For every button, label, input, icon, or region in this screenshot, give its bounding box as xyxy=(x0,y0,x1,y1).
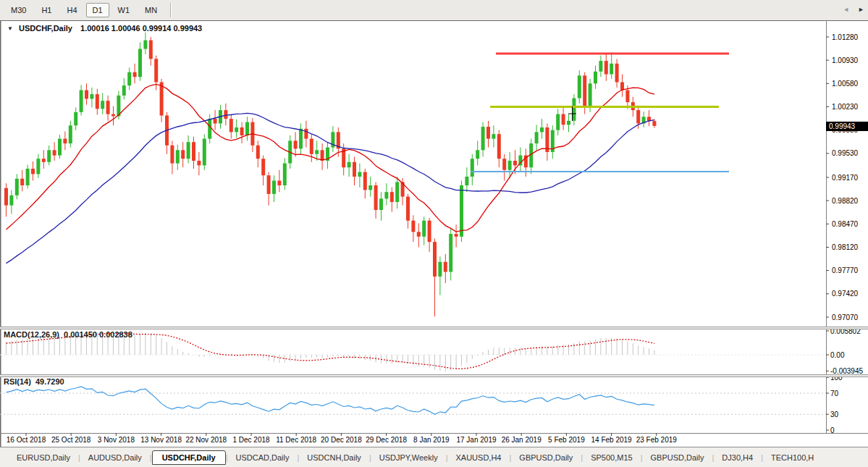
price-axis-label: 0.98820 xyxy=(832,197,859,205)
panel-splitter-macd[interactable] xyxy=(0,327,868,329)
date-axis-label: 1 Dec 2018 xyxy=(232,436,270,444)
chart-tab-usdcad-daily[interactable]: USDCAD,Daily xyxy=(227,451,297,464)
panel-splitter-rsi[interactable] xyxy=(0,374,868,377)
date-axis-label: 17 Jan 2019 xyxy=(456,436,496,444)
chart-window: 1.012801.009301.005801.002300.998800.995… xyxy=(0,20,868,447)
macd-name: MACD(12,26,9) xyxy=(4,330,59,339)
chart-tab-gbpusd-daily[interactable]: GBPUSD,Daily xyxy=(643,451,712,464)
date-axis-label: 23 Feb 2019 xyxy=(636,436,678,444)
chart-tab-gbpusd-daily[interactable]: GBPUSD,Daily xyxy=(511,451,581,464)
chart-tab-tech100-h[interactable]: TECH100,H xyxy=(763,451,822,464)
date-axis-label: 29 Dec 2018 xyxy=(366,436,407,444)
date-axis-label: 14 Feb 2019 xyxy=(591,436,633,444)
rsi-axis-label: 0 xyxy=(830,426,835,434)
price-axis-label: 1.00580 xyxy=(832,80,859,88)
price-axis-label: 0.97770 xyxy=(832,266,859,274)
chart-tab-sp500-m15[interactable]: SP500,M15 xyxy=(583,451,640,464)
date-axis-label: 5 Feb 2019 xyxy=(548,436,585,444)
chart-tab-usdcnh-daily[interactable]: USDCNH,Daily xyxy=(299,451,369,464)
price-axis-label: 0.99530 xyxy=(832,149,859,157)
collapse-chart-icon[interactable]: ▼ xyxy=(7,25,13,32)
date-axis-label: 13 Nov 2018 xyxy=(140,436,182,444)
date-axis-label: 8 Jan 2019 xyxy=(413,436,450,444)
date-axis-label: 3 Nov 2018 xyxy=(98,436,135,444)
chart-title: ▼ USDCHF,Daily 1.00016 1.00046 0.99914 0… xyxy=(7,24,202,33)
macd-values: 0.001450 0.002838 xyxy=(64,330,132,339)
chart-tab-usdchf-daily[interactable]: USDCHF,Daily xyxy=(152,450,226,465)
chart-tab-bar: EURUSD,Daily|AUDUSD,Daily|USDCHF,Daily|U… xyxy=(0,447,868,467)
date-axis-label: 25 Oct 2018 xyxy=(51,436,91,444)
price-axis-label: 0.98120 xyxy=(832,243,859,251)
chart-tab-dj30-h4[interactable]: DJ30,H4 xyxy=(714,451,761,464)
timeframe-button-h1[interactable]: H1 xyxy=(35,3,58,17)
chart-symbol-label: USDCHF,Daily xyxy=(19,24,72,33)
rsi-indicator-label: RSI(14)49.7290 xyxy=(4,377,64,386)
price-axis-label: 0.97420 xyxy=(832,290,859,298)
chart-tab-audusd-daily[interactable]: AUDUSD,Daily xyxy=(80,451,150,464)
price-chart-canvas[interactable]: 1.012801.009301.005801.002300.998800.995… xyxy=(0,20,868,447)
toolbar-separator xyxy=(170,3,172,17)
trading-terminal: { "toolbar": { "timeframes": [ {"label":… xyxy=(0,0,868,467)
chart-tab-xauusd-h4[interactable]: XAUUSD,H4 xyxy=(448,451,510,464)
timeframe-button-d1[interactable]: D1 xyxy=(86,3,109,17)
tab-scroll-right-icon[interactable]: ► xyxy=(858,6,864,13)
current-price-label: 0.99943 xyxy=(826,122,868,131)
timeframe-button-m30[interactable]: M30 xyxy=(4,3,33,17)
date-axis-label: 16 Oct 2018 xyxy=(7,436,46,444)
timeframe-button-h4[interactable]: H4 xyxy=(60,3,83,17)
rsi-value: 49.7290 xyxy=(35,377,64,386)
price-axis-label: 1.00230 xyxy=(832,103,859,111)
macd-indicator-label: MACD(12,26,9)0.001450 0.002838 xyxy=(4,330,132,339)
rsi-name: RSI(14) xyxy=(4,377,31,386)
price-axis-label: 0.98470 xyxy=(832,220,859,228)
price-axis-label: 1.00930 xyxy=(832,56,859,64)
timeframe-toolbar: M30H1H4D1W1MN xyxy=(0,0,868,20)
timeframe-button-group: M30H1H4D1W1MN xyxy=(4,3,166,17)
rsi-axis-label: 70 xyxy=(830,390,839,397)
tab-scroll-arrows: ◄ ► xyxy=(843,6,864,13)
date-axis-label: 26 Jan 2019 xyxy=(502,436,542,444)
date-axis-label: 22 Nov 2018 xyxy=(185,436,227,444)
price-axis-label: 1.01280 xyxy=(832,33,859,41)
rsi-axis-label: 30 xyxy=(830,411,839,418)
chart-tab-usdjpy-weekly[interactable]: USDJPY,Weekly xyxy=(371,451,446,464)
price-axis-label: 0.97070 xyxy=(832,314,859,321)
timeframe-button-mn[interactable]: MN xyxy=(138,3,164,17)
chart-ohlc-values: 1.00016 1.00046 0.99914 0.99943 xyxy=(80,24,202,33)
price-axis-label: 0.99170 xyxy=(832,174,859,182)
chart-tab-eurusd-daily[interactable]: EURUSD,Daily xyxy=(9,451,78,464)
tab-scroll-left-icon[interactable]: ◄ xyxy=(843,6,849,13)
date-axis-label: 11 Dec 2018 xyxy=(276,436,316,444)
macd-axis-label: 0.00 xyxy=(830,351,845,359)
date-axis-label: 20 Dec 2018 xyxy=(321,436,362,444)
timeframe-button-w1[interactable]: W1 xyxy=(111,3,137,17)
